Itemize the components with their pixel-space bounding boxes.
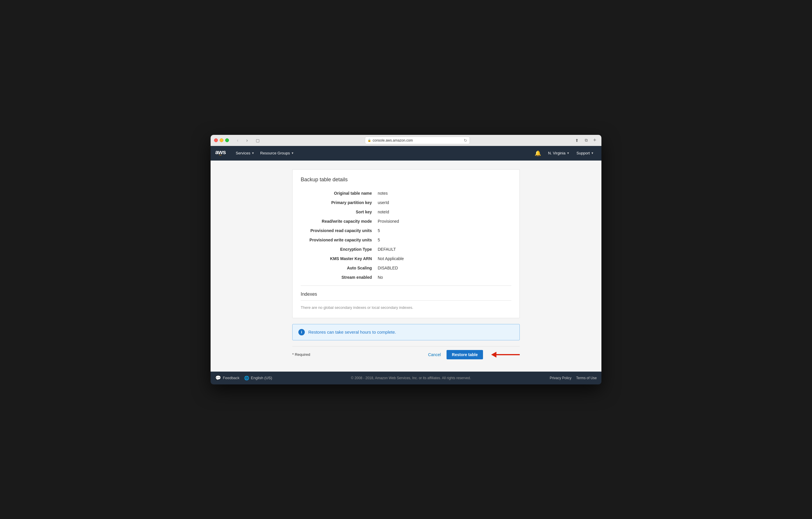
table-row: Sort keynoteId: [301, 207, 511, 217]
back-button[interactable]: ‹: [234, 137, 242, 144]
browser-window: ‹ › ▢ 🔒 console.aws.amazon.com ↻ ⬆ ⧉ + a…: [210, 135, 602, 384]
traffic-lights: [214, 138, 229, 142]
arrow-line: [496, 354, 520, 355]
address-bar-container: 🔒 console.aws.amazon.com ↻: [267, 137, 567, 144]
footer-copyright: © 2008 - 2018, Amazon Web Services, Inc.…: [272, 376, 550, 380]
table-row: KMS Master Key ARNNot Applicable: [301, 254, 511, 263]
footer-actions: * Required Cancel Restore table: [292, 346, 520, 363]
field-value: userId: [377, 198, 511, 207]
field-label: KMS Master Key ARN: [301, 254, 377, 263]
browser-navigation: ‹ › ▢: [234, 137, 262, 144]
table-row: Auto ScalingDISABLED: [301, 263, 511, 273]
info-icon: i: [298, 329, 305, 335]
cancel-button[interactable]: Cancel: [426, 351, 443, 359]
footer-bar: 💬 Feedback 🌐 English (US) © 2008 - 2018,…: [210, 372, 602, 384]
table-row: Provisioned write capacity units5: [301, 235, 511, 245]
field-label: Stream enabled: [301, 273, 377, 282]
lock-icon: 🔒: [368, 139, 371, 142]
field-value: notes: [377, 189, 511, 198]
footer-right: Privacy Policy Terms of Use: [550, 376, 597, 380]
reload-icon[interactable]: ↻: [464, 138, 467, 143]
field-value: DISABLED: [377, 263, 511, 273]
field-label: Original table name: [301, 189, 377, 198]
field-label: Provisioned write capacity units: [301, 235, 377, 245]
duplicate-button[interactable]: ⧉: [582, 137, 590, 144]
notifications-bell-icon[interactable]: 🔔: [532, 150, 544, 157]
indexes-divider: [301, 300, 511, 301]
services-label: Services: [236, 151, 250, 155]
aws-logo-smile: 〜: [219, 153, 222, 157]
chat-icon: 💬: [215, 375, 221, 381]
privacy-policy-link[interactable]: Privacy Policy: [550, 376, 572, 380]
field-value: DEFAULT: [377, 245, 511, 254]
field-value: Not Applicable: [377, 254, 511, 263]
maximize-button[interactable]: [225, 138, 229, 142]
resource-groups-chevron-icon: ▼: [291, 152, 294, 155]
table-row: Read/write capacity modeProvisioned: [301, 217, 511, 226]
indexes-section-title: Indexes: [301, 292, 511, 297]
field-label: Provisioned read capacity units: [301, 226, 377, 235]
nav-right: 🔔 N. Virginia ▼ Support ▼: [532, 146, 597, 161]
support-chevron-icon: ▼: [591, 152, 594, 155]
services-nav-item[interactable]: Services ▼: [233, 146, 257, 161]
minimize-button[interactable]: [220, 138, 224, 142]
content-wrapper: Backup table details Original table name…: [292, 169, 520, 363]
terms-of-use-link[interactable]: Terms of Use: [576, 376, 597, 380]
globe-icon: 🌐: [244, 376, 249, 380]
share-button[interactable]: ⬆: [573, 137, 581, 144]
field-label: Primary partition key: [301, 198, 377, 207]
browser-actions: ⬆ ⧉ +: [573, 137, 598, 144]
language-link[interactable]: 🌐 English (US): [244, 376, 272, 380]
details-table: Original table namenotesPrimary partitio…: [301, 189, 511, 282]
footer-left: 💬 Feedback 🌐 English (US): [215, 375, 272, 381]
resource-groups-nav-item[interactable]: Resource Groups ▼: [257, 146, 297, 161]
action-buttons: Cancel Restore table: [426, 350, 520, 359]
language-label: English (US): [251, 376, 272, 380]
field-value: 5: [377, 235, 511, 245]
forward-button[interactable]: ›: [243, 137, 251, 144]
copyright-text: © 2008 - 2018, Amazon Web Services, Inc.…: [351, 376, 471, 380]
url-text: console.aws.amazon.com: [373, 138, 413, 142]
arrow-indicator: [491, 352, 520, 358]
field-value: 5: [377, 226, 511, 235]
new-tab-button[interactable]: +: [591, 137, 598, 144]
table-row: Encryption TypeDEFAULT: [301, 245, 511, 254]
field-value: noteId: [377, 207, 511, 217]
field-label: Read/write capacity mode: [301, 217, 377, 226]
info-box: i Restores can take several hours to com…: [292, 324, 520, 340]
red-arrow: [491, 352, 520, 358]
resource-groups-label: Resource Groups: [260, 151, 290, 155]
address-bar[interactable]: 🔒 console.aws.amazon.com ↻: [365, 137, 470, 144]
main-content: Backup table details Original table name…: [210, 161, 602, 372]
feedback-label: Feedback: [223, 376, 239, 380]
info-message: Restores can take several hours to compl…: [308, 330, 396, 334]
region-label: N. Virginia: [548, 151, 566, 155]
arrow-head-icon: [491, 352, 496, 358]
restore-table-button[interactable]: Restore table: [446, 350, 483, 359]
indexes-note: There are no global secondary indexes or…: [301, 304, 511, 311]
backup-details-card: Backup table details Original table name…: [292, 169, 520, 318]
table-row: Provisioned read capacity units5: [301, 226, 511, 235]
table-row: Stream enabledNo: [301, 273, 511, 282]
aws-navbar: aws 〜 Services ▼ Resource Groups ▼ 🔔 N. …: [210, 146, 602, 161]
field-value: No: [377, 273, 511, 282]
field-label: Sort key: [301, 207, 377, 217]
support-label: Support: [577, 151, 590, 155]
field-label: Auto Scaling: [301, 263, 377, 273]
aws-logo: aws 〜: [215, 149, 226, 157]
divider: [301, 285, 511, 286]
sidebar-toggle-button[interactable]: ▢: [254, 137, 262, 144]
field-label: Encryption Type: [301, 245, 377, 254]
feedback-link[interactable]: 💬 Feedback: [215, 375, 239, 381]
required-text: * Required: [292, 352, 310, 357]
support-nav-item[interactable]: Support ▼: [574, 146, 597, 161]
field-value: Provisioned: [377, 217, 511, 226]
region-nav-item[interactable]: N. Virginia ▼: [545, 146, 573, 161]
browser-titlebar: ‹ › ▢ 🔒 console.aws.amazon.com ↻ ⬆ ⧉ +: [210, 135, 602, 146]
close-button[interactable]: [214, 138, 218, 142]
table-row: Original table namenotes: [301, 189, 511, 198]
card-title: Backup table details: [301, 176, 511, 183]
region-chevron-icon: ▼: [567, 152, 570, 155]
services-chevron-icon: ▼: [252, 152, 254, 155]
table-row: Primary partition keyuserId: [301, 198, 511, 207]
